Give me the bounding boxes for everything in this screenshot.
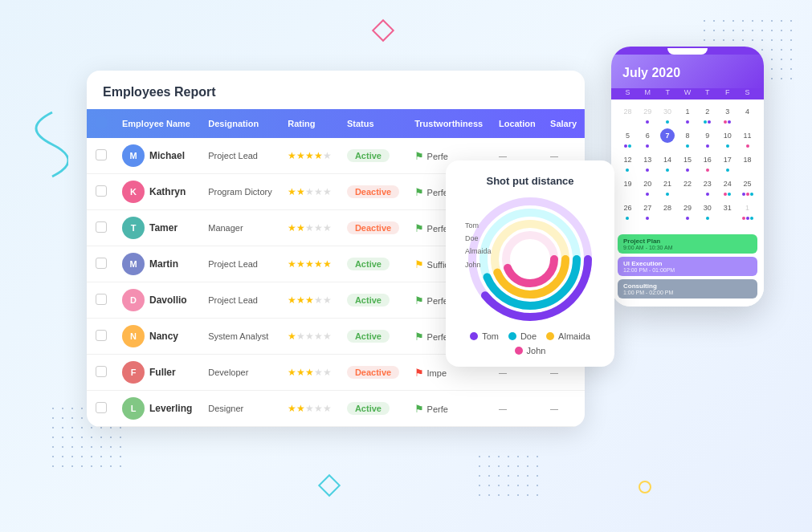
dot-cell bbox=[638, 144, 658, 149]
employee-name: F Fuller bbox=[122, 361, 195, 384]
designation: Project Lead bbox=[208, 295, 258, 305]
row-designation-cell: Project Lead bbox=[202, 246, 281, 282]
dot-row-4 bbox=[618, 193, 757, 197]
row-checkbox-cell[interactable] bbox=[87, 246, 116, 282]
avatar: M bbox=[122, 144, 145, 167]
cal-day[interactable]: 1 bbox=[741, 201, 755, 215]
cal-day[interactable]: 28 bbox=[660, 201, 675, 215]
cal-day[interactable]: 8 bbox=[680, 128, 695, 143]
cal-day[interactable]: 10 bbox=[720, 128, 735, 143]
row-checkbox-cell[interactable] bbox=[87, 138, 116, 174]
cal-day[interactable]: 30 bbox=[660, 104, 675, 119]
cal-day[interactable]: 20 bbox=[640, 177, 655, 191]
cal-day[interactable]: 16 bbox=[700, 152, 715, 167]
cal-day[interactable]: 25 bbox=[741, 177, 755, 191]
cal-day[interactable]: 12 bbox=[620, 152, 635, 167]
row-checkbox[interactable] bbox=[96, 149, 107, 160]
dot-cell bbox=[737, 193, 757, 197]
trust-text: Perfe bbox=[427, 332, 448, 342]
cal-day[interactable]: 15 bbox=[680, 152, 695, 167]
flag-icon: ⚑ bbox=[414, 367, 424, 379]
row-status-cell: Deactive bbox=[341, 174, 408, 210]
row-checkbox[interactable] bbox=[96, 402, 107, 413]
row-name-cell: F Fuller bbox=[116, 355, 202, 391]
dot-cell bbox=[618, 144, 638, 149]
cal-day[interactable]: 5 bbox=[620, 128, 635, 143]
chart-title: Shot put distance bbox=[459, 175, 602, 187]
table-row: L Leverling Designer ★★★★★ Active ⚑ Perf… bbox=[87, 391, 585, 427]
designation: Manager bbox=[208, 223, 243, 233]
cal-day[interactable]: 28 bbox=[620, 104, 635, 119]
cal-week-4: 19 20 21 22 23 24 25 bbox=[618, 177, 757, 191]
cal-day[interactable]: 6 bbox=[640, 128, 655, 143]
cal-day[interactable]: 4 bbox=[741, 104, 755, 119]
cal-day[interactable]: 29 bbox=[640, 104, 655, 119]
row-checkbox[interactable] bbox=[96, 330, 107, 341]
select-all-checkbox[interactable] bbox=[96, 117, 107, 128]
row-name-cell: D Davollio bbox=[116, 282, 202, 319]
event-project-plan[interactable]: Project Plan 9:00 AM - 10:30 AM bbox=[618, 234, 757, 254]
row-checkbox-cell[interactable] bbox=[87, 319, 116, 355]
row-checkbox-cell[interactable] bbox=[87, 391, 116, 427]
row-checkbox[interactable] bbox=[96, 258, 107, 269]
row-status-cell: Active bbox=[341, 391, 408, 427]
circle-decoration bbox=[639, 481, 651, 493]
row-designation-cell: Program Dictory bbox=[202, 174, 281, 210]
dot-cell bbox=[697, 169, 717, 173]
cal-day[interactable]: 11 bbox=[741, 128, 755, 143]
row-checkbox[interactable] bbox=[96, 366, 107, 377]
cal-day[interactable]: 17 bbox=[720, 152, 735, 167]
trust-text: Perfe bbox=[427, 188, 448, 197]
flag-icon: ⚑ bbox=[414, 258, 424, 270]
cal-day[interactable]: 26 bbox=[620, 201, 635, 215]
employee-name-text: Tamer bbox=[149, 222, 177, 234]
avatar: F bbox=[122, 361, 145, 384]
star-2: ★ bbox=[296, 331, 305, 342]
cal-day[interactable]: 30 bbox=[700, 201, 715, 215]
cal-day[interactable]: 1 bbox=[680, 104, 695, 119]
cal-day[interactable]: 14 bbox=[660, 152, 675, 167]
status-badge: Active bbox=[347, 149, 390, 162]
event-ui-execution[interactable]: UI Execution 12:00 PM - 01:00PM bbox=[618, 257, 757, 276]
designation: Project Lead bbox=[208, 151, 258, 160]
row-name-cell: L Leverling bbox=[116, 391, 202, 427]
header-checkbox[interactable] bbox=[87, 109, 116, 138]
cal-day-today[interactable]: 7 bbox=[660, 128, 675, 143]
row-checkbox[interactable] bbox=[96, 221, 107, 233]
row-checkbox[interactable] bbox=[96, 294, 107, 305]
cal-day[interactable]: 29 bbox=[680, 201, 695, 215]
row-checkbox[interactable] bbox=[96, 185, 107, 197]
cal-day[interactable]: 9 bbox=[700, 128, 715, 143]
status-badge: Active bbox=[347, 330, 390, 343]
star-5: ★ bbox=[323, 403, 332, 414]
row-checkbox-cell[interactable] bbox=[87, 174, 116, 210]
cal-day[interactable]: 23 bbox=[700, 177, 715, 191]
legend-label-almaida: Almaida bbox=[558, 331, 590, 341]
dot-cell bbox=[678, 217, 698, 221]
row-checkbox-cell[interactable] bbox=[87, 210, 116, 246]
cal-day[interactable]: 21 bbox=[660, 177, 675, 191]
cal-day[interactable]: 2 bbox=[700, 104, 715, 119]
event-consulting[interactable]: Consulting 1:00 PM - 02:00 PM bbox=[618, 279, 757, 298]
row-status-cell: Deactive bbox=[341, 355, 408, 391]
avatar: L bbox=[122, 397, 145, 420]
table-title: Employees Report bbox=[87, 71, 585, 109]
dot-cell bbox=[678, 144, 698, 149]
cal-day[interactable]: 31 bbox=[720, 201, 735, 215]
cal-day[interactable]: 18 bbox=[741, 152, 755, 167]
row-designation-cell: Project Lead bbox=[202, 138, 281, 174]
star-5: ★ bbox=[323, 258, 332, 270]
avatar: T bbox=[122, 217, 145, 239]
dot-cell bbox=[678, 169, 698, 173]
day-header-t2: T bbox=[697, 88, 717, 96]
cal-day[interactable]: 22 bbox=[680, 177, 695, 191]
cal-day[interactable]: 3 bbox=[720, 104, 735, 119]
cal-day[interactable]: 19 bbox=[620, 177, 635, 191]
cal-day[interactable]: 24 bbox=[720, 177, 735, 191]
cal-day[interactable]: 27 bbox=[640, 201, 655, 215]
designation: Developer bbox=[208, 368, 248, 377]
row-checkbox-cell[interactable] bbox=[87, 355, 116, 391]
row-checkbox-cell[interactable] bbox=[87, 282, 116, 319]
avatar: K bbox=[122, 181, 145, 203]
cal-day[interactable]: 13 bbox=[640, 152, 655, 167]
